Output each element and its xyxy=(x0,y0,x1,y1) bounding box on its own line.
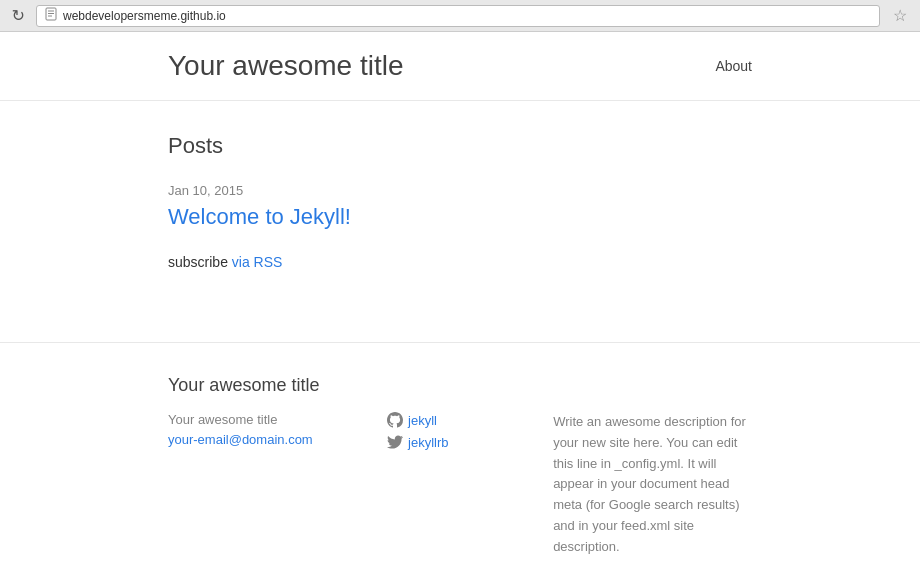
site-header: Your awesome title About xyxy=(0,32,920,101)
post-title-link[interactable]: Welcome to Jekyll! xyxy=(168,204,752,230)
post-item: Jan 10, 2015 Welcome to Jekyll! xyxy=(168,183,752,230)
footer-col-contact: Your awesome title your-email@domain.com xyxy=(168,412,327,562)
twitter-social-item: jekyllrb xyxy=(387,434,493,450)
page-icon xyxy=(45,7,57,24)
footer-site-name: Your awesome title xyxy=(168,412,327,427)
footer-columns: Your awesome title your-email@domain.com… xyxy=(168,412,752,562)
footer-email-link[interactable]: your-email@domain.com xyxy=(168,432,313,447)
subscribe-text: subscribe via RSS xyxy=(168,254,752,270)
nav-about[interactable]: About xyxy=(715,58,752,74)
posts-section: Posts Jan 10, 2015 Welcome to Jekyll! su… xyxy=(168,133,752,270)
rss-link[interactable]: via RSS xyxy=(232,254,283,270)
url-text: webdevelopersmeme.github.io xyxy=(63,9,226,23)
footer-heading: Your awesome title xyxy=(168,375,752,396)
reload-button[interactable]: ↺ xyxy=(8,6,28,25)
twitter-link[interactable]: jekyllrb xyxy=(408,435,448,450)
address-bar[interactable]: webdevelopersmeme.github.io xyxy=(36,5,880,27)
main-content: Posts Jan 10, 2015 Welcome to Jekyll! su… xyxy=(0,101,920,302)
bookmark-icon[interactable]: ☆ xyxy=(888,6,912,25)
footer-col-description: Write an awesome description for your ne… xyxy=(553,412,752,562)
site-footer: Your awesome title Your awesome title yo… xyxy=(0,342,920,573)
twitter-icon xyxy=(387,434,403,450)
site-title[interactable]: Your awesome title xyxy=(168,50,404,82)
github-link[interactable]: jekyll xyxy=(408,413,437,428)
browser-chrome: ↺ webdevelopersmeme.github.io ☆ xyxy=(0,0,920,32)
github-social-item: jekyll xyxy=(387,412,493,428)
subscribe-label: subscribe xyxy=(168,254,228,270)
site-nav: About xyxy=(715,58,752,74)
post-date: Jan 10, 2015 xyxy=(168,183,752,198)
footer-col-social: jekyll jekyllrb xyxy=(387,412,493,562)
footer-description: Write an awesome description for your ne… xyxy=(553,412,752,558)
posts-heading: Posts xyxy=(168,133,752,159)
github-icon xyxy=(387,412,403,428)
